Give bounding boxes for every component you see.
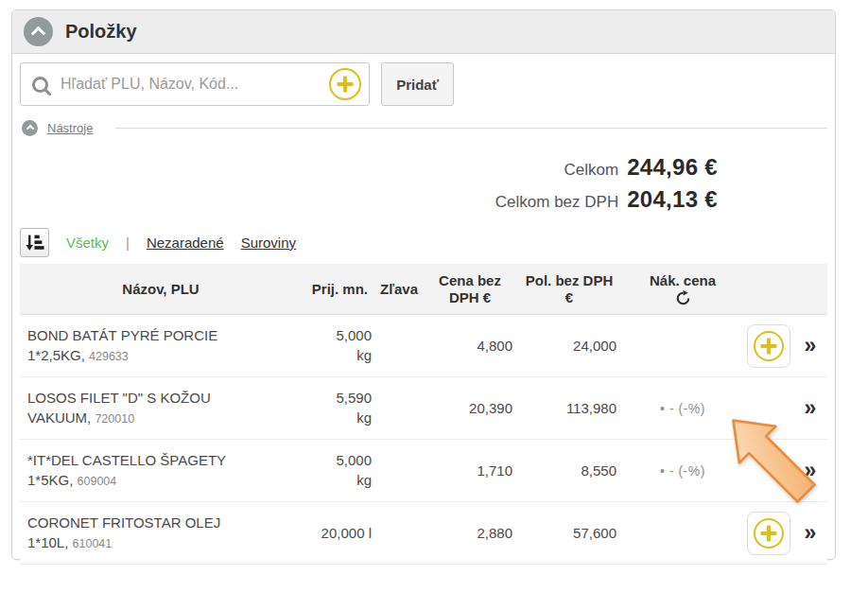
add-purchase-price-button[interactable] xyxy=(747,512,790,555)
search-input[interactable] xyxy=(61,76,317,93)
collapse-panel-icon[interactable] xyxy=(24,17,53,46)
quick-add-plus-icon[interactable] xyxy=(329,68,361,100)
total-line: Celkom 244,96 € xyxy=(12,152,835,184)
item-action xyxy=(744,502,793,564)
item-name: *IT*DEL CASTELLO ŠPAGETY 1*5KG, 609004 xyxy=(20,440,302,501)
item-line-total-ex-vat: 113,980 xyxy=(517,377,621,439)
item-purchase-price xyxy=(621,315,744,376)
item-action xyxy=(744,440,793,501)
open-row-chevron[interactable]: » xyxy=(805,335,817,357)
item-price-ex-vat: 1,710 xyxy=(423,440,517,501)
item-plu: 610041 xyxy=(73,537,113,550)
page: Položky Pridať Nástroje Celkom 244,96 € … xyxy=(0,0,868,592)
item-price-ex-vat: 20,390 xyxy=(423,377,517,439)
item-unit: kg xyxy=(356,408,372,427)
table-row[interactable]: *IT*DEL CASTELLO ŠPAGETY 1*5KG, 609004 5… xyxy=(20,440,827,502)
table-row[interactable]: BOND BATÁT PYRÉ PORCIE 1*2,5KG, 429633 5… xyxy=(20,315,827,377)
item-line-total-ex-vat: 24,000 xyxy=(517,315,621,376)
add-purchase-price-button[interactable] xyxy=(747,324,790,368)
panel-header: Položky xyxy=(12,10,835,54)
table-row[interactable]: LOSOS FILET "D" S KOŽOU VAKUUM, 720010 5… xyxy=(20,377,827,440)
tab-all[interactable]: Všetky xyxy=(66,235,109,251)
search-icon xyxy=(32,77,48,93)
purchase-price-placeholder: • - (-%) xyxy=(660,463,705,479)
item-discount xyxy=(375,377,423,439)
search-box xyxy=(20,62,370,106)
total-value: 244,96 € xyxy=(627,152,718,182)
item-open: » xyxy=(793,440,827,501)
chevron-up-icon xyxy=(31,26,46,41)
header-line-total-ex-vat: Pol. bez DPH € xyxy=(517,272,621,306)
item-plu: 429633 xyxy=(89,350,129,363)
open-row-chevron[interactable]: » xyxy=(805,397,817,419)
total-ex-vat-label: Celkom bez DPH xyxy=(495,187,618,217)
item-price-ex-vat: 4,800 xyxy=(423,315,517,376)
item-purchase-price: • - (-%) xyxy=(621,377,744,439)
divider-line xyxy=(115,128,827,129)
tools-row: Nástroje xyxy=(12,114,835,139)
open-row-chevron[interactable]: » xyxy=(805,522,817,544)
plus-circle-icon xyxy=(754,331,784,361)
item-action xyxy=(744,315,793,376)
items-table: Názov, PLU Prij. mn. Zľava Cena bez DPH … xyxy=(20,264,827,565)
page-title: Položky xyxy=(65,21,137,43)
item-price-ex-vat: 2,880 xyxy=(423,502,517,564)
item-quantity: 5,000 kg xyxy=(302,440,375,501)
total-ex-vat-line: Celkom bez DPH 204,13 € xyxy=(12,184,835,217)
table-row[interactable]: CORONET FRITOSTAR OLEJ 1*10L, 610041 20,… xyxy=(20,502,827,565)
tab-raw-materials[interactable]: Suroviny xyxy=(241,235,296,251)
item-discount xyxy=(375,440,423,501)
sort-button[interactable] xyxy=(20,228,49,257)
header-purchase-price: Nák. cena xyxy=(621,272,744,306)
item-open: » xyxy=(793,315,827,376)
totals-block: Celkom 244,96 € Celkom bez DPH 204,13 € xyxy=(12,152,835,217)
table-header: Názov, PLU Prij. mn. Zľava Cena bez DPH … xyxy=(20,264,827,315)
chevron-up-icon xyxy=(26,125,33,132)
item-line-total-ex-vat: 8,550 xyxy=(517,440,621,501)
item-name: BOND BATÁT PYRÉ PORCIE 1*2,5KG, 429633 xyxy=(20,315,302,376)
item-discount xyxy=(375,315,423,376)
tools-collapse-icon[interactable] xyxy=(22,120,38,136)
table-body: BOND BATÁT PYRÉ PORCIE 1*2,5KG, 429633 5… xyxy=(20,315,827,565)
item-purchase-price: • - (-%) xyxy=(621,440,744,501)
sort-amount-icon xyxy=(25,233,44,252)
plus-circle-icon xyxy=(754,518,784,548)
tab-separator: | xyxy=(126,235,130,251)
item-purchase-price xyxy=(621,502,744,564)
header-qty: Prij. mn. xyxy=(302,281,375,298)
item-name: CORONET FRITOSTAR OLEJ 1*10L, 610041 xyxy=(20,502,302,564)
total-ex-vat-value: 204,13 € xyxy=(627,184,718,214)
tabs-row: Všetky | Nezaradené Suroviny xyxy=(12,226,835,258)
header-price-ex-vat: Cena bez DPH € xyxy=(423,272,517,306)
total-label: Celkom xyxy=(564,155,619,184)
item-line-total-ex-vat: 57,600 xyxy=(517,502,621,564)
item-quantity: 5,000 kg xyxy=(302,315,375,376)
item-quantity: 5,590 kg xyxy=(302,377,375,439)
header-discount: Zľava xyxy=(375,281,423,298)
item-quantity: 20,000 l xyxy=(302,502,375,564)
item-unit: kg xyxy=(356,345,372,365)
item-open: » xyxy=(793,502,827,564)
open-row-chevron[interactable]: » xyxy=(805,460,817,481)
item-open: » xyxy=(793,377,827,439)
header-name: Názov, PLU xyxy=(20,281,302,298)
item-plu: 720010 xyxy=(95,412,134,426)
purchase-price-placeholder: • - (-%) xyxy=(660,401,705,416)
item-name: LOSOS FILET "D" S KOŽOU VAKUUM, 720010 xyxy=(20,377,302,439)
add-button[interactable]: Pridať xyxy=(381,62,454,106)
tab-unassigned[interactable]: Nezaradené xyxy=(147,235,224,251)
items-panel: Položky Pridať Nástroje Celkom 244,96 € … xyxy=(11,9,836,560)
item-plu: 609004 xyxy=(78,475,117,488)
item-unit: kg xyxy=(356,470,372,490)
tools-link[interactable]: Nástroje xyxy=(47,121,93,135)
item-discount xyxy=(375,502,423,564)
search-row: Pridať xyxy=(12,54,835,114)
refresh-icon[interactable] xyxy=(675,290,691,306)
item-action xyxy=(744,377,793,439)
